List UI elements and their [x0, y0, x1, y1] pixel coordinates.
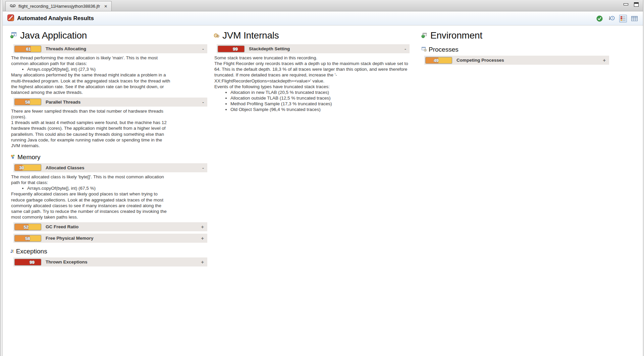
group-title: Processes [429, 46, 459, 53]
result-label: Threads Allocating [46, 46, 86, 51]
column-environment: Environment Processes 49 Competing Proce… [421, 30, 629, 66]
minimize-icon[interactable] [624, 3, 628, 5]
page-title: Automated Analysis Results [17, 15, 94, 22]
flight-recording-icon [10, 4, 16, 9]
group-title: Memory [17, 154, 41, 161]
maximize-icon[interactable] [634, 2, 639, 7]
description-text: There are fewer sampled threads than the… [11, 108, 171, 120]
score-badge: 58 [14, 235, 41, 242]
automated-analysis-icon [7, 14, 14, 22]
jvm-internals-icon: ⚙⚙ [213, 32, 217, 39]
result-label: Free Physical Memory [46, 236, 94, 241]
description-text: Some stack traces were truncated in this… [214, 55, 408, 61]
environment-icon [421, 30, 427, 41]
result-label: Thrown Exceptions [46, 259, 88, 264]
score-badge: 30 [14, 164, 41, 171]
result-description: Some stack traces were truncated in this… [214, 55, 408, 112]
description-bullet: Method Profiling Sample (17,3 % truncate… [230, 101, 408, 107]
tab-title: flight_recording_11Harnessjython38836.jf… [18, 4, 100, 9]
score-badge: 52 [14, 224, 41, 230]
column-java-application: J Java Application 61 Threads Allocating… [10, 30, 207, 268]
expand-toggle[interactable]: + [201, 235, 204, 241]
description-bullet: Allocation outside TLAB (12,5 % truncate… [230, 95, 408, 101]
column-title: Environment [430, 30, 482, 41]
result-row-competing-processes[interactable]: 49 Competing Processes + [424, 56, 609, 65]
column-title: Java Application [20, 30, 87, 41]
description-text: The most allocated class is likely 'byte… [11, 174, 171, 185]
column-heading: J Java Application [10, 30, 207, 41]
description-text: Frequently allocated classes are likely … [11, 191, 171, 220]
editor-tab-bar: flight_recording_11Harnessjython38836.jf… [3, 0, 644, 11]
result-label: GC Freed Ratio [46, 224, 78, 229]
result-row-parallel-threads[interactable]: 58 Parallel Threads - [13, 98, 207, 107]
score-badge: 58 [14, 99, 41, 105]
java-application-icon: J [10, 30, 17, 41]
result-row-thrown-exceptions[interactable]: 99 Thrown Exceptions + [13, 257, 207, 266]
score-badge: 99 [14, 259, 41, 265]
analysis-report: J Java Application 61 Threads Allocating… [3, 25, 644, 268]
column-heading: ⚙⚙ JVM Internals [213, 30, 410, 41]
column-jvm-internals: ⚙⚙ JVM Internals 99 Stackdepth Setting -… [213, 30, 410, 112]
score-badge: 49 [425, 57, 452, 64]
description-text: Many allocations performed by the same t… [11, 72, 171, 95]
result-row-stackdepth-setting[interactable]: 99 Stackdepth Setting - [217, 44, 410, 53]
description-bullet: Arrays.copyOf(byte[], int) (27,3 %) [27, 66, 171, 72]
description-bullet: Old Object Sample (96,4 % truncated trac… [230, 107, 408, 112]
result-row-threads-allocating[interactable]: 61 Threads Allocating - [13, 44, 207, 53]
description-text: 1 threads with at least 4 method samples… [11, 120, 171, 149]
expand-toggle[interactable]: + [603, 57, 606, 63]
expand-toggle[interactable]: + [201, 259, 204, 265]
expand-toggle[interactable]: + [201, 224, 204, 230]
processes-icon [421, 46, 427, 53]
score-badge: 99 [218, 46, 245, 52]
exceptions-icon: J! [10, 249, 14, 254]
ok-results-button[interactable] [595, 14, 604, 23]
svg-text:J: J [13, 34, 15, 37]
description-bullet: Arrays.copyOf(byte[], int) (67,5 %) [27, 185, 171, 191]
group-title: Exceptions [16, 248, 47, 255]
group-heading-memory: Memory [10, 154, 207, 161]
form-header: Automated Analysis Results [3, 11, 644, 25]
result-row-gc-freed-ratio[interactable]: 52 GC Freed Ratio + [13, 222, 207, 231]
result-label: Stackdepth Setting [249, 46, 290, 51]
column-title: JVM Internals [222, 30, 279, 41]
result-label: Competing Processes [457, 58, 504, 63]
collapse-toggle[interactable]: - [202, 99, 204, 105]
description-text: Events of the following types have trunc… [214, 84, 408, 90]
result-row-allocated-classes[interactable]: 30 Allocated Classes - [13, 163, 207, 172]
result-description: The most allocated class is likely 'byte… [11, 174, 171, 220]
header-actions [595, 11, 639, 25]
result-description: There are fewer sampled threads than the… [11, 108, 171, 149]
description-text: The Flight Recorder only records traces … [214, 61, 408, 84]
window-controls [624, 2, 639, 7]
description-text: The thread performing the most allocatio… [11, 55, 171, 66]
result-row-free-physical-memory[interactable]: 58 Free Physical Memory + [13, 234, 207, 243]
group-heading-processes: Processes [421, 46, 629, 53]
score-badge: 61 [14, 46, 41, 52]
tab-flight-recording[interactable]: flight_recording_11Harnessjython38836.jf… [5, 1, 112, 11]
result-label: Parallel Threads [46, 100, 80, 105]
collapse-toggle[interactable]: - [202, 46, 204, 52]
report-view-button[interactable] [619, 15, 627, 22]
description-bullet: Allocation in new TLAB (20,5 % truncated… [230, 90, 408, 95]
collapse-toggle[interactable]: - [405, 46, 406, 52]
window-left-edge [0, 0, 3, 356]
collapse-toggle[interactable]: - [202, 165, 204, 171]
table-view-button[interactable] [630, 15, 639, 22]
tab-close-icon[interactable]: ✕ [104, 4, 107, 9]
memory-icon [10, 154, 15, 161]
result-description: The thread performing the most allocatio… [11, 55, 171, 95]
column-heading: Environment [421, 30, 629, 41]
result-label: Allocated Classes [46, 165, 85, 170]
ignore-clock-button[interactable] [607, 14, 616, 23]
group-heading-exceptions: J! Exceptions [10, 248, 207, 255]
